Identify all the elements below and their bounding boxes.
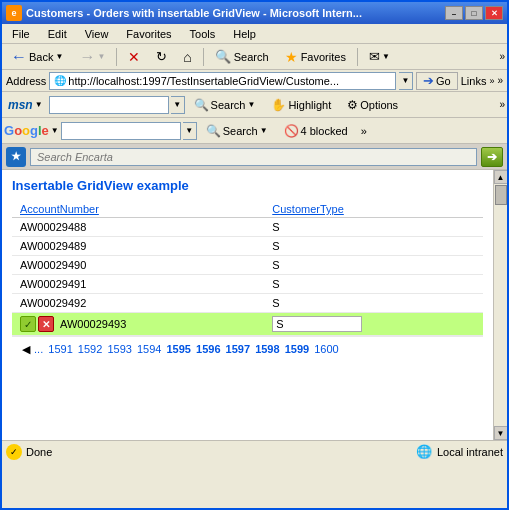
menu-file[interactable]: File (6, 27, 36, 41)
google-search-icon: 🔍 (206, 124, 221, 138)
vertical-scrollbar[interactable]: ▲ ▼ (493, 170, 507, 440)
insert-type-cell[interactable] (264, 313, 483, 336)
ellipsis-link[interactable]: ... (34, 343, 43, 355)
scroll-up-button[interactable]: ▲ (494, 170, 508, 184)
toolbar-expand[interactable]: » (499, 51, 505, 62)
msn-search-dropdown[interactable]: ▼ (171, 96, 185, 114)
refresh-button[interactable]: ↻ (149, 46, 174, 68)
scroll-track[interactable] (494, 184, 508, 426)
page-link[interactable]: 1592 (78, 343, 102, 355)
encarta-search-input[interactable] (30, 148, 477, 166)
address-bar: Address 🌐 http://localhost:1997/TestInse… (2, 70, 507, 92)
status-text: Done (26, 446, 412, 458)
insert-account-value: AW00029493 (60, 318, 126, 330)
address-field[interactable]: 🌐 http://localhost:1997/TestInsertableGr… (49, 72, 396, 90)
page-link[interactable]: 1594 (137, 343, 161, 355)
app-icon: e (6, 5, 22, 21)
cancel-row-button[interactable]: ✕ (38, 316, 54, 332)
favorites-button[interactable]: ★ Favorites (278, 46, 353, 68)
options-button[interactable]: ⚙ Options (340, 95, 405, 115)
msn-area: msn ▼ (4, 98, 47, 112)
highlight-button[interactable]: ✋ Highlight (264, 95, 338, 115)
google-dropdown[interactable]: ▼ (51, 126, 59, 135)
google-more-button[interactable]: » (357, 124, 371, 138)
msn-dropdown[interactable]: ▼ (35, 100, 43, 109)
menu-view[interactable]: View (79, 27, 115, 41)
mail-button[interactable]: ✉ ▼ (362, 46, 397, 68)
column-header-type[interactable]: CustomerType (264, 201, 483, 218)
go-button[interactable]: ➔ Go (416, 72, 458, 90)
table-row: AW00029488S (12, 218, 483, 237)
account-cell: AW00029491 (12, 275, 264, 294)
msn-toolbar-expand[interactable]: » (499, 99, 505, 110)
page-link[interactable]: 1593 (107, 343, 131, 355)
lock-icon: 🌐 (54, 75, 66, 86)
type-cell: S (264, 294, 483, 313)
go-arrow-icon: ➔ (423, 73, 434, 88)
page-link[interactable]: 1600 (314, 343, 338, 355)
menu-bar: File Edit View Favorites Tools Help (2, 24, 507, 44)
menu-favorites[interactable]: Favorites (120, 27, 177, 41)
page-link[interactable]: 1596 (196, 343, 220, 355)
menu-help[interactable]: Help (227, 27, 262, 41)
google-search-label: Search (223, 125, 258, 137)
search-button[interactable]: 🔍 Search (208, 46, 276, 67)
type-cell: S (264, 218, 483, 237)
insert-type-input[interactable] (272, 316, 362, 332)
back-dropdown-icon[interactable]: ▼ (55, 52, 63, 61)
home-button[interactable]: ⌂ (176, 46, 198, 68)
type-cell: S (264, 275, 483, 294)
google-search-input[interactable] (61, 122, 181, 140)
close-button[interactable]: ✕ (485, 6, 503, 20)
google-search-arrow[interactable]: ▼ (260, 126, 268, 135)
scroll-thumb[interactable] (495, 185, 507, 205)
gear-icon: ⚙ (347, 98, 358, 112)
google-search-button[interactable]: 🔍 Search ▼ (199, 121, 275, 141)
maximize-button[interactable]: □ (465, 6, 483, 20)
msn-search-arrow[interactable]: ▼ (247, 100, 255, 109)
blocked-button[interactable]: 🚫 4 blocked (277, 121, 355, 141)
forward-dropdown-icon[interactable]: ▼ (97, 52, 105, 61)
msn-search-input[interactable] (49, 96, 169, 114)
table-row: AW00029492S (12, 294, 483, 313)
address-dropdown[interactable]: ▼ (399, 72, 413, 90)
scroll-down-button[interactable]: ▼ (494, 426, 508, 440)
encarta-go-button[interactable]: ➔ (481, 147, 503, 167)
main-content: Insertable GridView example AccountNumbe… (2, 170, 493, 440)
favorites-label: Favorites (301, 51, 346, 63)
page-link[interactable]: 1599 (285, 343, 309, 355)
highlight-icon: ✋ (271, 98, 286, 112)
mail-icon: ✉ (369, 49, 380, 64)
page-link[interactable]: 1597 (226, 343, 250, 355)
google-search-dropdown[interactable]: ▼ (183, 122, 197, 140)
page-link[interactable]: 1595 (166, 343, 190, 355)
first-page-icon[interactable]: ◀ (22, 343, 30, 355)
stop-button[interactable]: ✕ (121, 46, 147, 68)
page-link[interactable]: 1591 (48, 343, 72, 355)
forward-button[interactable]: → ▼ (72, 46, 112, 68)
title-bar: e Customers - Orders with insertable Gri… (2, 2, 507, 24)
toolbar-separator2 (203, 48, 204, 66)
type-cell: S (264, 256, 483, 275)
menu-tools[interactable]: Tools (184, 27, 222, 41)
intranet-icon: 🌐 (416, 444, 432, 459)
save-row-button[interactable]: ✓ (20, 316, 36, 332)
toolbar-links-icon[interactable]: » (497, 75, 503, 86)
mail-dropdown-icon[interactable]: ▼ (382, 52, 390, 61)
links-expand-icon[interactable]: » (489, 76, 494, 86)
toolbar-separator3 (357, 48, 358, 66)
msn-search-label: Search (211, 99, 246, 111)
window-title: Customers - Orders with insertable GridV… (26, 7, 445, 19)
links-label: Links (461, 75, 487, 87)
msn-search-button[interactable]: 🔍 Search ▼ (187, 95, 263, 115)
window-controls: – □ ✕ (445, 6, 503, 20)
menu-edit[interactable]: Edit (42, 27, 73, 41)
back-button[interactable]: ← Back ▼ (4, 46, 70, 68)
minimize-button[interactable]: – (445, 6, 463, 20)
navigation-toolbar: ← Back ▼ → ▼ ✕ ↻ ⌂ 🔍 Search ★ Favorites … (2, 44, 507, 70)
data-grid: AccountNumber CustomerType AW00029488SAW… (12, 201, 483, 336)
account-cell: AW00029489 (12, 237, 264, 256)
zone-label: Local intranet (437, 446, 503, 458)
page-link[interactable]: 1598 (255, 343, 279, 355)
column-header-account[interactable]: AccountNumber (12, 201, 264, 218)
